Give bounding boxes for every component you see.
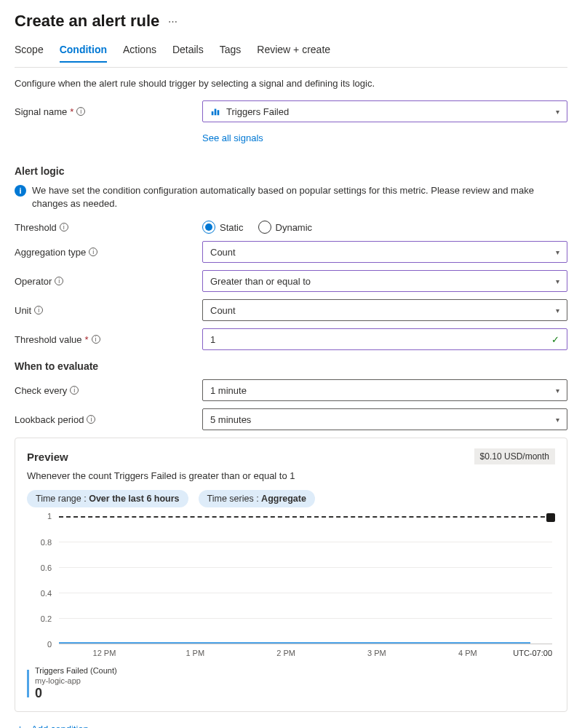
lookback-select[interactable]: 5 minutes ▾ <box>202 408 567 430</box>
more-icon[interactable]: ⋯ <box>168 16 178 27</box>
threshold-value-label: Threshold value* i <box>15 334 202 345</box>
chevron-down-icon: ▾ <box>556 108 559 116</box>
checkmark-icon: ✓ <box>551 334 559 345</box>
svg-rect-0 <box>212 111 214 115</box>
info-icon[interactable]: i <box>55 277 63 285</box>
tab-review[interactable]: Review + create <box>257 39 330 63</box>
chevron-down-icon: ▾ <box>556 248 559 256</box>
when-to-evaluate-title: When to evaluate <box>15 360 567 372</box>
threshold-marker-icon[interactable] <box>546 513 555 522</box>
info-icon[interactable]: i <box>60 223 68 232</box>
threshold-line <box>59 516 552 518</box>
info-icon[interactable]: i <box>76 107 85 116</box>
operator-select[interactable]: Greater than or equal to ▾ <box>202 270 567 292</box>
tab-bar: Scope Condition Actions Details Tags Rev… <box>15 39 567 63</box>
threshold-static-radio[interactable]: Static <box>202 221 244 234</box>
alert-logic-title: Alert logic <box>15 165 567 177</box>
threshold-label: Threshold i <box>15 222 202 233</box>
check-every-label: Check every i <box>15 385 202 396</box>
tab-details[interactable]: Details <box>172 39 204 63</box>
chevron-down-icon: ▾ <box>556 387 559 395</box>
page-title: Create an alert rule <box>15 12 159 31</box>
threshold-value-input[interactable]: 1 ✓ <box>202 328 567 350</box>
preview-chart: 1 0.8 0.6 0.4 0.2 0 12 PM 1 PM 2 PM 3 PM… <box>27 516 555 662</box>
threshold-dynamic-radio[interactable]: Dynamic <box>258 221 313 234</box>
legend-metric: Triggers Failed (Count) <box>35 666 117 676</box>
signal-name-value: Triggers Failed <box>226 106 289 117</box>
check-every-select[interactable]: 1 minute ▾ <box>202 379 567 401</box>
unit-select[interactable]: Count ▾ <box>202 299 567 321</box>
legend-resource: my-logic-app <box>35 676 117 686</box>
tab-condition[interactable]: Condition <box>60 39 107 63</box>
aggregation-select[interactable]: Count ▾ <box>202 241 567 263</box>
preview-title: Preview <box>27 451 68 463</box>
svg-rect-2 <box>218 110 220 115</box>
metric-icon <box>210 106 220 116</box>
unit-label: Unit i <box>15 305 202 316</box>
info-icon[interactable]: i <box>70 386 79 395</box>
info-circle-icon: i <box>15 185 26 197</box>
plus-icon: ＋ <box>15 722 25 728</box>
info-icon[interactable]: i <box>89 248 97 256</box>
preview-summary: Whenever the count Triggers Failed is gr… <box>27 470 555 481</box>
add-condition-button[interactable]: ＋ Add condition <box>15 722 567 728</box>
info-icon[interactable]: i <box>87 415 95 424</box>
tab-tags[interactable]: Tags <box>220 39 242 63</box>
preview-card: Preview $0.10 USD/month Whenever the cou… <box>15 438 567 712</box>
tab-actions[interactable]: Actions <box>123 39 156 63</box>
tab-scope[interactable]: Scope <box>15 39 44 63</box>
chart-series-line <box>59 642 530 644</box>
chart-legend: Triggers Failed (Count) my-logic-app 0 <box>27 666 555 701</box>
legend-value: 0 <box>35 686 117 702</box>
operator-label: Operator i <box>15 276 202 287</box>
time-series-pill[interactable]: Time series : Aggregate <box>199 490 315 507</box>
alert-logic-info-banner: i We have set the condition configuratio… <box>15 184 567 210</box>
signal-name-label: Signal name* i <box>15 106 202 117</box>
time-range-pill[interactable]: Time range : Over the last 6 hours <box>27 490 188 507</box>
see-all-signals-link[interactable]: See all signals <box>202 132 263 143</box>
info-icon[interactable]: i <box>92 335 100 344</box>
page-description: Configure when the alert rule should tri… <box>15 78 567 89</box>
signal-name-select[interactable]: Triggers Failed ▾ <box>202 100 567 122</box>
aggregation-label: Aggregation type i <box>15 247 202 258</box>
info-icon[interactable]: i <box>34 306 43 314</box>
price-badge: $0.10 USD/month <box>474 448 555 464</box>
lookback-label: Lookback period i <box>15 414 202 425</box>
chevron-down-icon: ▾ <box>556 306 559 314</box>
chevron-down-icon: ▾ <box>556 277 559 285</box>
chevron-down-icon: ▾ <box>556 416 559 424</box>
svg-rect-1 <box>215 109 217 116</box>
